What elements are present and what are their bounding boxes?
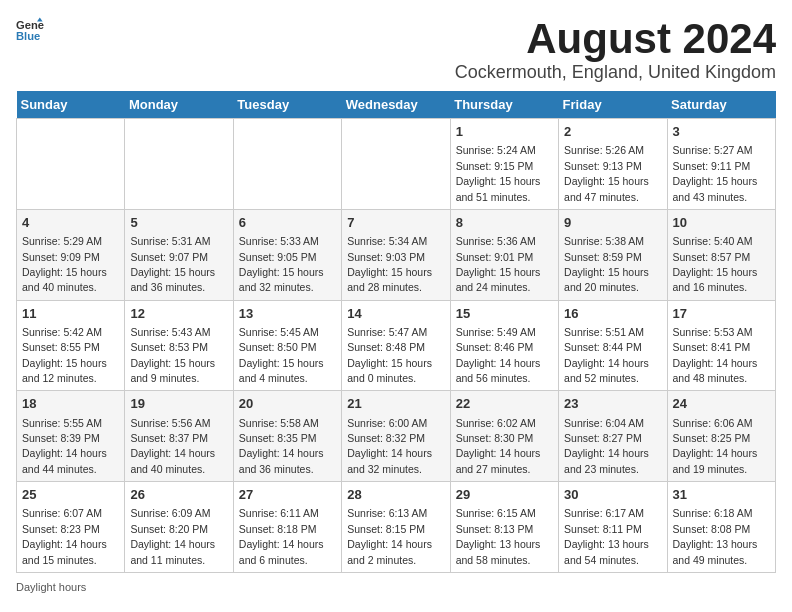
col-header-tuesday: Tuesday	[233, 91, 341, 119]
logo-icon: General Blue	[16, 16, 44, 44]
day-info: Sunrise: 5:53 AM Sunset: 8:41 PM Dayligh…	[673, 326, 758, 384]
day-info: Sunrise: 5:51 AM Sunset: 8:44 PM Dayligh…	[564, 326, 649, 384]
calendar-cell	[125, 119, 233, 210]
day-info: Sunrise: 6:00 AM Sunset: 8:32 PM Dayligh…	[347, 417, 432, 475]
day-info: Sunrise: 5:26 AM Sunset: 9:13 PM Dayligh…	[564, 144, 649, 202]
calendar-cell: 6Sunrise: 5:33 AM Sunset: 9:05 PM Daylig…	[233, 209, 341, 300]
daylight-label: Daylight hours	[16, 581, 86, 593]
title-block: August 2024 Cockermouth, England, United…	[455, 16, 776, 83]
day-number: 26	[130, 486, 227, 504]
calendar-cell: 30Sunrise: 6:17 AM Sunset: 8:11 PM Dayli…	[559, 482, 667, 573]
day-info: Sunrise: 6:02 AM Sunset: 8:30 PM Dayligh…	[456, 417, 541, 475]
calendar-cell	[17, 119, 125, 210]
calendar-cell: 15Sunrise: 5:49 AM Sunset: 8:46 PM Dayli…	[450, 300, 558, 391]
calendar-title: August 2024	[455, 16, 776, 62]
day-info: Sunrise: 5:36 AM Sunset: 9:01 PM Dayligh…	[456, 235, 541, 293]
calendar-cell: 4Sunrise: 5:29 AM Sunset: 9:09 PM Daylig…	[17, 209, 125, 300]
day-info: Sunrise: 5:33 AM Sunset: 9:05 PM Dayligh…	[239, 235, 324, 293]
calendar-week-row: 4Sunrise: 5:29 AM Sunset: 9:09 PM Daylig…	[17, 209, 776, 300]
day-info: Sunrise: 5:49 AM Sunset: 8:46 PM Dayligh…	[456, 326, 541, 384]
calendar-cell: 28Sunrise: 6:13 AM Sunset: 8:15 PM Dayli…	[342, 482, 450, 573]
day-number: 23	[564, 395, 661, 413]
day-info: Sunrise: 6:04 AM Sunset: 8:27 PM Dayligh…	[564, 417, 649, 475]
day-info: Sunrise: 5:45 AM Sunset: 8:50 PM Dayligh…	[239, 326, 324, 384]
calendar-cell: 21Sunrise: 6:00 AM Sunset: 8:32 PM Dayli…	[342, 391, 450, 482]
day-info: Sunrise: 5:29 AM Sunset: 9:09 PM Dayligh…	[22, 235, 107, 293]
calendar-week-row: 11Sunrise: 5:42 AM Sunset: 8:55 PM Dayli…	[17, 300, 776, 391]
calendar-cell: 10Sunrise: 5:40 AM Sunset: 8:57 PM Dayli…	[667, 209, 775, 300]
calendar-cell: 20Sunrise: 5:58 AM Sunset: 8:35 PM Dayli…	[233, 391, 341, 482]
calendar-cell: 19Sunrise: 5:56 AM Sunset: 8:37 PM Dayli…	[125, 391, 233, 482]
calendar-cell: 17Sunrise: 5:53 AM Sunset: 8:41 PM Dayli…	[667, 300, 775, 391]
day-number: 10	[673, 214, 770, 232]
calendar-table: SundayMondayTuesdayWednesdayThursdayFrid…	[16, 91, 776, 573]
day-number: 14	[347, 305, 444, 323]
calendar-week-row: 25Sunrise: 6:07 AM Sunset: 8:23 PM Dayli…	[17, 482, 776, 573]
col-header-saturday: Saturday	[667, 91, 775, 119]
day-number: 29	[456, 486, 553, 504]
col-header-thursday: Thursday	[450, 91, 558, 119]
col-header-wednesday: Wednesday	[342, 91, 450, 119]
calendar-cell: 25Sunrise: 6:07 AM Sunset: 8:23 PM Dayli…	[17, 482, 125, 573]
day-number: 9	[564, 214, 661, 232]
day-info: Sunrise: 6:18 AM Sunset: 8:08 PM Dayligh…	[673, 507, 758, 565]
calendar-cell: 11Sunrise: 5:42 AM Sunset: 8:55 PM Dayli…	[17, 300, 125, 391]
calendar-cell: 9Sunrise: 5:38 AM Sunset: 8:59 PM Daylig…	[559, 209, 667, 300]
day-number: 22	[456, 395, 553, 413]
day-info: Sunrise: 5:34 AM Sunset: 9:03 PM Dayligh…	[347, 235, 432, 293]
day-number: 24	[673, 395, 770, 413]
day-number: 18	[22, 395, 119, 413]
calendar-cell: 26Sunrise: 6:09 AM Sunset: 8:20 PM Dayli…	[125, 482, 233, 573]
day-number: 28	[347, 486, 444, 504]
day-number: 13	[239, 305, 336, 323]
day-number: 17	[673, 305, 770, 323]
day-info: Sunrise: 6:11 AM Sunset: 8:18 PM Dayligh…	[239, 507, 324, 565]
day-number: 11	[22, 305, 119, 323]
day-number: 19	[130, 395, 227, 413]
day-info: Sunrise: 5:24 AM Sunset: 9:15 PM Dayligh…	[456, 144, 541, 202]
calendar-cell: 14Sunrise: 5:47 AM Sunset: 8:48 PM Dayli…	[342, 300, 450, 391]
calendar-subtitle: Cockermouth, England, United Kingdom	[455, 62, 776, 83]
calendar-cell: 23Sunrise: 6:04 AM Sunset: 8:27 PM Dayli…	[559, 391, 667, 482]
calendar-cell: 8Sunrise: 5:36 AM Sunset: 9:01 PM Daylig…	[450, 209, 558, 300]
day-info: Sunrise: 5:56 AM Sunset: 8:37 PM Dayligh…	[130, 417, 215, 475]
calendar-cell	[233, 119, 341, 210]
calendar-cell: 1Sunrise: 5:24 AM Sunset: 9:15 PM Daylig…	[450, 119, 558, 210]
day-number: 7	[347, 214, 444, 232]
day-number: 25	[22, 486, 119, 504]
day-info: Sunrise: 5:31 AM Sunset: 9:07 PM Dayligh…	[130, 235, 215, 293]
calendar-cell: 16Sunrise: 5:51 AM Sunset: 8:44 PM Dayli…	[559, 300, 667, 391]
calendar-cell: 29Sunrise: 6:15 AM Sunset: 8:13 PM Dayli…	[450, 482, 558, 573]
day-info: Sunrise: 5:58 AM Sunset: 8:35 PM Dayligh…	[239, 417, 324, 475]
calendar-cell: 5Sunrise: 5:31 AM Sunset: 9:07 PM Daylig…	[125, 209, 233, 300]
calendar-cell: 12Sunrise: 5:43 AM Sunset: 8:53 PM Dayli…	[125, 300, 233, 391]
day-info: Sunrise: 6:15 AM Sunset: 8:13 PM Dayligh…	[456, 507, 541, 565]
calendar-cell: 24Sunrise: 6:06 AM Sunset: 8:25 PM Dayli…	[667, 391, 775, 482]
day-number: 30	[564, 486, 661, 504]
calendar-cell: 22Sunrise: 6:02 AM Sunset: 8:30 PM Dayli…	[450, 391, 558, 482]
calendar-cell: 3Sunrise: 5:27 AM Sunset: 9:11 PM Daylig…	[667, 119, 775, 210]
calendar-footer: Daylight hours	[16, 581, 776, 593]
day-number: 21	[347, 395, 444, 413]
day-number: 5	[130, 214, 227, 232]
day-info: Sunrise: 5:42 AM Sunset: 8:55 PM Dayligh…	[22, 326, 107, 384]
page-header: General Blue August 2024 Cockermouth, En…	[16, 16, 776, 83]
day-info: Sunrise: 6:07 AM Sunset: 8:23 PM Dayligh…	[22, 507, 107, 565]
day-info: Sunrise: 6:09 AM Sunset: 8:20 PM Dayligh…	[130, 507, 215, 565]
calendar-cell: 31Sunrise: 6:18 AM Sunset: 8:08 PM Dayli…	[667, 482, 775, 573]
calendar-header-row: SundayMondayTuesdayWednesdayThursdayFrid…	[17, 91, 776, 119]
day-number: 3	[673, 123, 770, 141]
calendar-cell: 2Sunrise: 5:26 AM Sunset: 9:13 PM Daylig…	[559, 119, 667, 210]
calendar-week-row: 18Sunrise: 5:55 AM Sunset: 8:39 PM Dayli…	[17, 391, 776, 482]
day-number: 15	[456, 305, 553, 323]
calendar-cell: 7Sunrise: 5:34 AM Sunset: 9:03 PM Daylig…	[342, 209, 450, 300]
calendar-cell: 13Sunrise: 5:45 AM Sunset: 8:50 PM Dayli…	[233, 300, 341, 391]
day-number: 1	[456, 123, 553, 141]
day-number: 2	[564, 123, 661, 141]
svg-text:Blue: Blue	[16, 30, 40, 42]
day-number: 27	[239, 486, 336, 504]
logo: General Blue	[16, 16, 44, 44]
day-info: Sunrise: 6:13 AM Sunset: 8:15 PM Dayligh…	[347, 507, 432, 565]
day-number: 31	[673, 486, 770, 504]
calendar-cell: 27Sunrise: 6:11 AM Sunset: 8:18 PM Dayli…	[233, 482, 341, 573]
